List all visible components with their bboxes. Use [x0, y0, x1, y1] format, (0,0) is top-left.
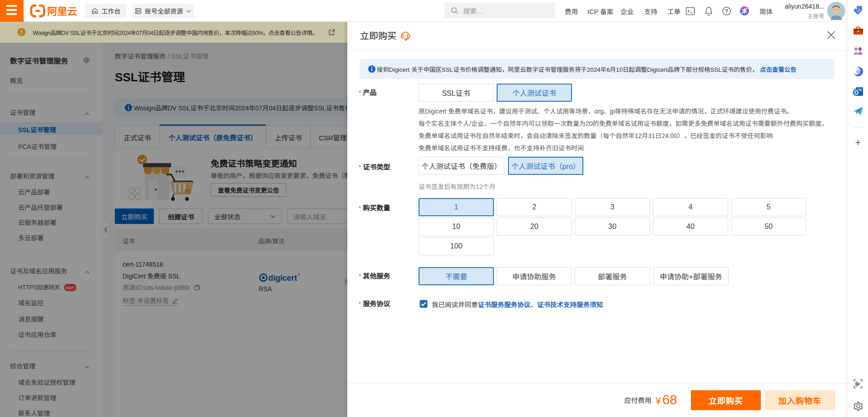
svg-text:阿里云: 阿里云: [47, 4, 77, 18]
svg-text:?: ?: [725, 8, 728, 14]
